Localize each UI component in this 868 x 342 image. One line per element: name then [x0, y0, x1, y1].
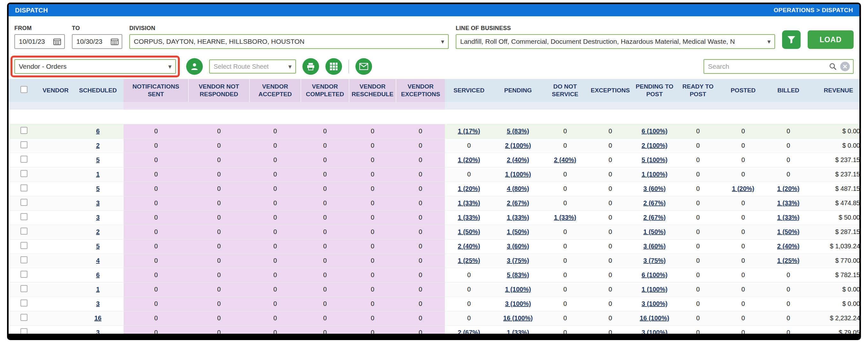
cell-link-pending[interactable]: 4 (80%): [507, 185, 529, 192]
column-header-posted[interactable]: POSTED: [720, 79, 766, 102]
assign-user-button[interactable]: [186, 58, 203, 75]
cell-link-pending[interactable]: 1 (33%): [507, 329, 529, 334]
cell-link-pending[interactable]: 16 (100%): [503, 315, 533, 321]
cell-link-billed[interactable]: 2 (40%): [777, 243, 799, 250]
cell-link-scheduled[interactable]: 1: [96, 286, 100, 293]
cell-link-serviced[interactable]: 2 (67%): [458, 329, 480, 334]
cell-link-scheduled[interactable]: 6: [96, 127, 100, 135]
cell-link-billed[interactable]: 1 (50%): [777, 228, 799, 235]
cell-link-do_not_service[interactable]: 1 (33%): [554, 214, 576, 221]
cell-link-pending_to_post[interactable]: 3 (60%): [643, 243, 665, 250]
row-checkbox[interactable]: [21, 199, 28, 206]
search-icon[interactable]: [829, 62, 837, 70]
column-header-vendor_accepted[interactable]: VENDOR ACCEPTED: [249, 79, 301, 102]
cell-link-billed[interactable]: 1 (33%): [777, 214, 799, 221]
column-header-vendor_exceptions[interactable]: VENDOR EXCEPTIONS: [396, 79, 445, 102]
cell-link-pending_to_post[interactable]: 2 (67%): [643, 199, 665, 206]
row-checkbox[interactable]: [21, 285, 28, 292]
email-button[interactable]: [355, 58, 372, 75]
cell-link-pending[interactable]: 3 (100%): [505, 300, 531, 307]
column-header-notifications_sent[interactable]: NOTIFICATIONS SENT: [124, 79, 188, 102]
row-checkbox[interactable]: [21, 141, 28, 148]
cell-link-scheduled[interactable]: 6: [96, 272, 100, 278]
cell-link-scheduled[interactable]: 2: [96, 142, 100, 149]
cell-link-scheduled[interactable]: 16: [94, 315, 101, 321]
column-header-ready_to_post[interactable]: READY TO POST: [676, 79, 720, 102]
calendar-icon[interactable]: [111, 38, 119, 45]
row-checkbox[interactable]: [21, 213, 28, 220]
cell-link-billed[interactable]: 1 (33%): [777, 199, 799, 206]
cell-link-scheduled[interactable]: 1: [96, 171, 100, 178]
cell-link-scheduled[interactable]: 5: [96, 243, 100, 250]
row-checkbox[interactable]: [21, 300, 28, 307]
cell-link-scheduled[interactable]: 4: [96, 257, 100, 264]
cell-link-pending_to_post[interactable]: 1 (100%): [642, 171, 668, 178]
cell-link-serviced[interactable]: 1 (25%): [458, 257, 480, 264]
cell-link-posted[interactable]: 1 (20%): [732, 185, 754, 192]
route-sheet-select[interactable]: Select Route Sheet ▾: [209, 59, 296, 74]
cell-link-pending[interactable]: 5 (83%): [507, 127, 529, 135]
search-input[interactable]: [707, 62, 826, 70]
cell-link-scheduled[interactable]: 2: [96, 228, 100, 235]
cell-link-do_not_service[interactable]: 2 (40%): [554, 156, 576, 163]
cell-link-serviced[interactable]: 1 (20%): [458, 185, 480, 192]
line-of-business-select[interactable]: Landfill, Roll Off, Commercial, Document…: [456, 34, 775, 49]
cell-link-pending_to_post[interactable]: 5 (100%): [642, 156, 668, 163]
column-header-pending_to_post[interactable]: PENDING TO POST: [633, 79, 676, 102]
select-all-checkbox[interactable]: [21, 86, 28, 93]
cell-link-billed[interactable]: 1 (25%): [777, 257, 799, 264]
row-checkbox[interactable]: [21, 271, 28, 278]
cell-link-pending_to_post[interactable]: 6 (100%): [642, 127, 668, 135]
column-header-vendor_completed[interactable]: VENDOR COMPLETED: [301, 79, 349, 102]
cell-link-serviced[interactable]: 1 (20%): [458, 156, 480, 163]
print-button[interactable]: [303, 58, 319, 75]
cell-link-pending[interactable]: 2 (67%): [507, 199, 529, 206]
cell-link-pending[interactable]: 1 (100%): [505, 286, 531, 293]
column-header-scheduled[interactable]: SCHEDULED: [72, 79, 124, 102]
cell-link-pending_to_post[interactable]: 3 (60%): [643, 185, 665, 192]
to-date-input[interactable]: [76, 37, 108, 46]
cell-link-serviced[interactable]: 2 (40%): [458, 243, 480, 250]
cell-link-pending_to_post[interactable]: 2 (100%): [642, 142, 668, 149]
filter-funnel-button[interactable]: [782, 30, 801, 49]
cell-link-scheduled[interactable]: 3: [96, 329, 100, 334]
clear-search-icon[interactable]: ✕: [840, 62, 850, 71]
cell-link-pending[interactable]: 2 (100%): [505, 142, 531, 149]
cell-link-pending_to_post[interactable]: 3 (75%): [643, 257, 665, 264]
calendar-icon[interactable]: [53, 38, 61, 45]
cell-link-scheduled[interactable]: 5: [96, 156, 100, 163]
row-checkbox[interactable]: [21, 228, 28, 235]
cell-link-pending_to_post[interactable]: 6 (100%): [642, 272, 668, 278]
division-select[interactable]: CORPUS, DAYTON, HEARNE, HILLSBORO, HOUST…: [129, 34, 449, 49]
column-header-exceptions[interactable]: EXCEPTIONS: [587, 79, 633, 102]
cell-link-serviced[interactable]: 1 (17%): [458, 127, 480, 135]
cell-link-pending_to_post[interactable]: 3 (100%): [642, 329, 668, 334]
cell-link-pending[interactable]: 3 (60%): [507, 243, 529, 250]
row-checkbox[interactable]: [21, 156, 28, 163]
to-date-field[interactable]: [72, 34, 122, 49]
row-checkbox[interactable]: [21, 170, 28, 177]
cell-link-pending[interactable]: 3 (75%): [507, 257, 529, 264]
cell-link-pending_to_post[interactable]: 16 (100%): [640, 315, 669, 321]
column-header-revenue[interactable]: REVENUE: [810, 79, 859, 102]
row-checkbox[interactable]: [21, 314, 28, 321]
column-header-pending[interactable]: PENDING: [493, 79, 543, 102]
from-date-input[interactable]: [18, 37, 51, 46]
from-date-field[interactable]: [14, 34, 65, 49]
row-checkbox[interactable]: [21, 256, 28, 263]
report-view-select[interactable]: Vendor - Orders ▾: [14, 59, 176, 74]
cell-link-pending_to_post[interactable]: 1 (100%): [642, 286, 668, 293]
cell-link-billed[interactable]: 1 (20%): [777, 185, 799, 192]
row-checkbox[interactable]: [21, 184, 28, 192]
column-header-vendor[interactable]: VENDOR: [39, 79, 72, 102]
cell-link-serviced[interactable]: 1 (33%): [458, 199, 480, 206]
load-button[interactable]: LOAD: [808, 30, 854, 49]
grid-view-button[interactable]: [326, 58, 342, 75]
cell-link-pending[interactable]: 1 (50%): [507, 228, 529, 235]
cell-link-serviced[interactable]: 1 (50%): [458, 228, 480, 235]
cell-link-pending[interactable]: 1 (100%): [505, 171, 531, 178]
row-checkbox[interactable]: [21, 127, 28, 134]
cell-link-pending[interactable]: 1 (33%): [507, 214, 529, 221]
search-field[interactable]: ✕: [704, 59, 854, 74]
cell-link-pending[interactable]: 5 (83%): [507, 272, 529, 278]
